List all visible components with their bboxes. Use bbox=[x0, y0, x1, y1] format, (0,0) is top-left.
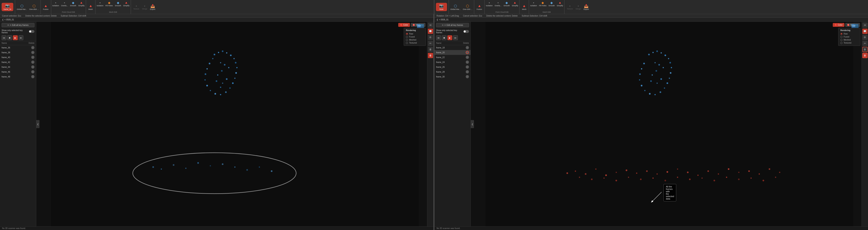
hud-btn-5-p2[interactable]: 🗑 bbox=[862, 47, 868, 52]
viewport-p1[interactable]: 🔴 Color ⛔ No Color TOP bbox=[36, 22, 434, 226]
export-button[interactable]: 📤 Export bbox=[149, 3, 157, 11]
scan-button[interactable]: 📷 frame_36 bbox=[2, 3, 13, 11]
smooth-button-p2[interactable]: ◆ Smooth bbox=[503, 0, 510, 7]
remove-frame-icon-highlighted[interactable]: − bbox=[466, 51, 469, 54]
hud-btn-2-p1[interactable]: 💬 bbox=[428, 29, 433, 34]
isolation-button-p2[interactable]: ▪ Isolation bbox=[485, 1, 494, 7]
simplify2-button-p1[interactable]: 🔺 Simplify bbox=[122, 0, 130, 7]
fusion-button-p2[interactable]: 🔺 Fusion bbox=[475, 3, 483, 11]
list-item[interactable]: frame_28 − bbox=[434, 69, 471, 74]
list-item[interactable]: frame_48 − bbox=[0, 74, 36, 79]
one-click-button-p2[interactable]: ⬡ One-click ... bbox=[462, 3, 473, 11]
smooth2-button[interactable]: ◆ Smooth bbox=[114, 0, 122, 7]
hud-btn-5-p1[interactable]: 🗑 bbox=[428, 47, 433, 52]
list-item[interactable]: frame_42 − bbox=[0, 60, 36, 64]
simplify-button-p2[interactable]: 🔺 Simplify bbox=[511, 0, 519, 7]
global-mar-button[interactable]: ⬡ Global Mar... bbox=[16, 3, 28, 11]
fusion-button[interactable]: 🔺 Fusion bbox=[42, 3, 50, 11]
remove-frame-icon[interactable]: − bbox=[31, 70, 34, 74]
rendering-fused-p2[interactable]: Fused bbox=[840, 35, 858, 38]
isolation-button[interactable]: ▪ Isolation bbox=[52, 1, 60, 7]
show-selected-toggle-p1[interactable] bbox=[29, 30, 34, 33]
list-item[interactable]: frame_46 − bbox=[0, 69, 36, 74]
color-button-p1[interactable]: 🔴 Color bbox=[398, 23, 410, 27]
list-item[interactable]: frame_20 − bbox=[434, 50, 471, 55]
svg-point-23 bbox=[212, 58, 213, 59]
merge-button-p2[interactable]: ▪ Merge bbox=[575, 4, 582, 10]
smooth2-button-p2[interactable]: ◆ Smooth bbox=[548, 0, 556, 7]
stop-button-p1[interactable]: ⏹ bbox=[7, 35, 12, 40]
overlay-button-p2[interactable]: ▪ Overla... bbox=[494, 1, 502, 7]
list-item[interactable]: frame_38 − bbox=[0, 50, 36, 55]
list-item[interactable]: frame_30 − bbox=[434, 74, 471, 79]
remove-frame-icon[interactable]: − bbox=[31, 75, 34, 78]
list-item[interactable]: frame_18 − bbox=[434, 45, 471, 50]
hud-btn-4-p2[interactable]: ✏ bbox=[862, 41, 868, 46]
stop-button-p2[interactable]: ⏹ bbox=[442, 35, 446, 40]
rendering-textured-p1[interactable]: Textured bbox=[406, 41, 424, 45]
remove-frame-icon[interactable]: − bbox=[466, 70, 469, 74]
list-item[interactable]: frame_44 − bbox=[0, 64, 36, 69]
fastfwd-button-p1[interactable]: ⏭ bbox=[19, 35, 23, 40]
list-item[interactable]: frame_24 − bbox=[434, 60, 471, 64]
rendering-fused-p1[interactable]: Fused bbox=[406, 35, 424, 38]
remove-frame-icon[interactable]: − bbox=[466, 65, 469, 68]
mesh-button-p2[interactable]: 🔺 Mesh bbox=[521, 3, 528, 11]
remove-frame-icon[interactable]: − bbox=[31, 60, 34, 64]
merge-button[interactable]: ▪ Merge bbox=[141, 4, 149, 10]
hud-btn-6-p1[interactable]: 🗑 bbox=[428, 53, 433, 58]
remove-frame-icon[interactable]: − bbox=[466, 75, 469, 78]
hud-btn-3-p2[interactable]: ⚙ bbox=[862, 35, 868, 40]
rendering-meshed-p1[interactable]: Meshed bbox=[406, 38, 424, 41]
remove-frame-icon[interactable]: − bbox=[466, 60, 469, 64]
export-button-p2[interactable]: 📤 Export bbox=[582, 3, 590, 11]
remove-frame-icon[interactable]: − bbox=[466, 46, 469, 49]
fastfwd-button-p2[interactable]: ⏭ bbox=[453, 35, 458, 40]
hud-btn-1-p2[interactable]: ✉ bbox=[862, 23, 868, 28]
simplify2-button-p2[interactable]: 🔺 Simplify bbox=[556, 0, 564, 7]
global-mar-button-p2[interactable]: ⬡ Global Mar... bbox=[450, 3, 462, 11]
list-item[interactable]: frame_22 − bbox=[434, 55, 471, 60]
collapse-arrow-p1[interactable]: ❮ bbox=[36, 120, 39, 128]
radio-meshed-p2 bbox=[840, 39, 842, 41]
list-item[interactable]: frame_40 − bbox=[0, 55, 36, 60]
edit-keyframes-button-p2[interactable]: ✏ ✏ Edit all key frames bbox=[436, 23, 469, 27]
overlay-button[interactable]: ▪ Overla... bbox=[60, 1, 69, 7]
edit-keyframes-button-p1[interactable]: ✏ ✏ Edit all key frames bbox=[2, 23, 34, 27]
mesh-button[interactable]: 🔺 Mesh bbox=[87, 3, 94, 11]
rendering-raw-p1[interactable]: Raw bbox=[406, 32, 424, 35]
remove-frame-icon[interactable]: − bbox=[31, 56, 34, 59]
collapse-arrow-p2[interactable]: ❮ bbox=[471, 120, 474, 128]
color-button-p2[interactable]: 🔴 Color bbox=[833, 23, 844, 27]
hud-btn-2-p2[interactable]: 💬 bbox=[862, 29, 868, 34]
show-selected-toggle-p2[interactable] bbox=[463, 30, 469, 33]
rendering-meshed-p2[interactable]: Meshed bbox=[840, 38, 858, 41]
hud-btn-6-p2[interactable]: 🗑 bbox=[862, 53, 868, 58]
hud-btn-1-p1[interactable]: ✉ bbox=[428, 23, 433, 28]
remove-frame-icon[interactable]: − bbox=[31, 65, 34, 68]
smooth-button[interactable]: ◆ Smooth bbox=[69, 0, 77, 7]
fill-holes-button[interactable]: ◆ Fill Holes bbox=[104, 0, 114, 7]
viewport-p2[interactable]: All the frames with the selected data 🔴 … bbox=[471, 22, 868, 226]
scan-button-p2[interactable]: 📷 Scan bbox=[436, 3, 447, 11]
remove-frame-icon[interactable]: − bbox=[31, 46, 34, 49]
rewind-button-p2[interactable]: ⏮ bbox=[436, 35, 441, 40]
texture-button-p2[interactable]: ▪ Texture bbox=[566, 4, 574, 10]
rewind-button-p1[interactable]: ⏮ bbox=[2, 35, 6, 40]
rendering-raw-p2[interactable]: Raw bbox=[840, 32, 858, 35]
simplify-button-p1[interactable]: 🔺 Simplify bbox=[78, 0, 85, 7]
list-item[interactable]: frame_36 − bbox=[0, 45, 36, 50]
remove-frame-icon[interactable]: − bbox=[31, 51, 34, 54]
isolation2-button-p2[interactable]: ▪ Isolation bbox=[529, 1, 538, 7]
hud-btn-3-p1[interactable]: ⚙ bbox=[428, 35, 433, 40]
one-click-button[interactable]: ⬡ One-click ... bbox=[28, 3, 40, 11]
list-item[interactable]: frame_26 − bbox=[434, 64, 471, 69]
rendering-textured-p2[interactable]: Textured bbox=[840, 41, 858, 45]
texture-button[interactable]: ▪ Texture bbox=[132, 4, 141, 10]
play-button-p1[interactable]: ▶ bbox=[13, 35, 18, 40]
play-button-p2[interactable]: ▶ bbox=[447, 35, 452, 40]
fill-holes-button-p2[interactable]: ◆ Fill Holes bbox=[538, 0, 547, 7]
isolation2-button[interactable]: ▪ Isolation bbox=[96, 1, 104, 7]
remove-frame-icon[interactable]: − bbox=[466, 56, 469, 59]
hud-btn-4-p1[interactable]: ✏ bbox=[428, 41, 433, 46]
